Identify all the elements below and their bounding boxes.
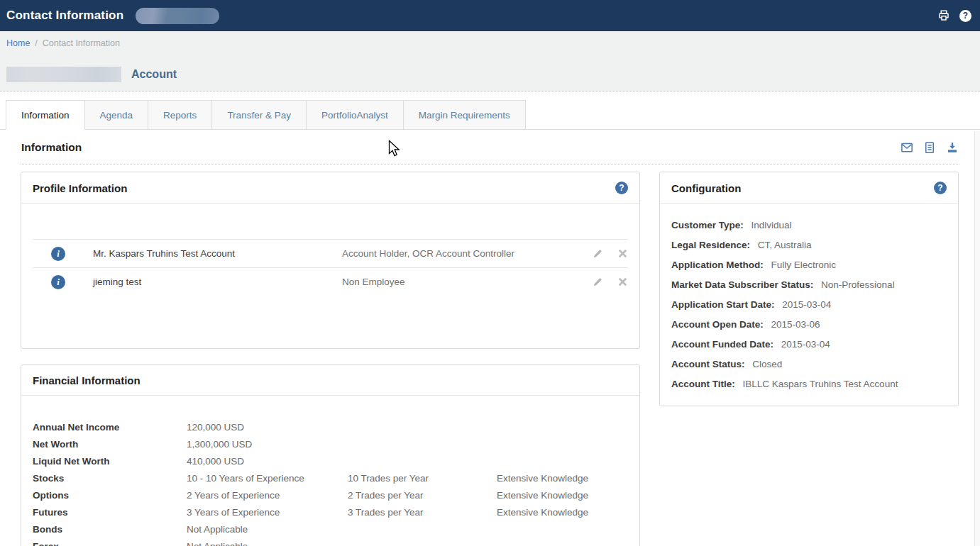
- configuration-help-icon[interactable]: ?: [934, 182, 947, 194]
- edit-pencil-icon[interactable]: [593, 277, 603, 287]
- breadcrumb-home-link[interactable]: Home: [6, 38, 30, 48]
- page-title: Contact Information: [6, 9, 123, 23]
- mail-icon[interactable]: [901, 141, 913, 154]
- config-value: CT, Australia: [758, 240, 812, 250]
- financial-label: Annual Net Income: [33, 422, 187, 433]
- breadcrumb-separator: /: [35, 38, 37, 48]
- delete-x-icon[interactable]: [617, 277, 628, 287]
- config-label: Account Status:: [671, 359, 745, 369]
- profile-row-actions: [577, 248, 628, 259]
- financial-card-title: Financial Information: [33, 374, 141, 386]
- account-header-row: Account: [6, 67, 980, 82]
- config-row: Application Start Date: 2015-03-04: [671, 295, 947, 315]
- help-icon[interactable]: ?: [959, 10, 971, 22]
- financial-card-body: Annual Net Income 120,000 USD Net Worth …: [21, 396, 639, 546]
- profile-card-header: Profile Information ?: [21, 172, 639, 204]
- tab-transfer-pay[interactable]: Transfer & Pay: [211, 100, 307, 130]
- config-label: Account Title:: [671, 379, 735, 389]
- profile-row-actions: [577, 277, 628, 287]
- financial-value: 120,000 USD: [187, 422, 348, 433]
- section-title: Information: [21, 141, 82, 154]
- profile-name: jieming test: [93, 277, 342, 287]
- config-row: Legal Residence: CT, Australia: [671, 235, 947, 255]
- financial-label: Options: [33, 490, 187, 501]
- config-row: Account Title: IBLLC Kaspars Truhins Tes…: [671, 374, 947, 394]
- tab-reports[interactable]: Reports: [148, 100, 212, 130]
- financial-label: Futures: [33, 507, 187, 518]
- config-row: Account Open Date: 2015-03-06: [671, 315, 947, 335]
- config-value: 2015-03-04: [781, 339, 830, 350]
- left-column: Profile Information ? i Mr. Kaspars Truh…: [21, 172, 640, 546]
- config-label: Application Start Date:: [671, 299, 775, 310]
- information-section-header: Information: [21, 130, 959, 165]
- main-content: Information: [0, 130, 980, 546]
- financial-value: Extensive Knowledge: [497, 507, 628, 518]
- tab-agenda[interactable]: Agenda: [84, 100, 149, 130]
- account-heading: Account: [131, 68, 177, 81]
- scrollbar-track[interactable]: [974, 131, 980, 546]
- section-action-icons: [901, 141, 959, 154]
- info-icon[interactable]: i: [51, 275, 65, 289]
- config-value: 2015-03-06: [771, 319, 820, 330]
- financial-value: 410,000 USD: [187, 456, 348, 467]
- config-value: Individual: [751, 220, 792, 230]
- profile-row: i Mr. Kaspars Truhins Test Account Accou…: [33, 239, 628, 267]
- info-icon[interactable]: i: [51, 247, 65, 261]
- financial-label: Stocks: [33, 473, 187, 484]
- financial-value: 2 Years of Experience: [187, 490, 348, 501]
- edit-pencil-icon[interactable]: [593, 248, 603, 259]
- right-column: Configuration ? Customer Type: Individua…: [659, 172, 959, 406]
- config-row: Market Data Subscriber Status: Non-Profe…: [671, 275, 947, 295]
- redacted-account-pill: [136, 8, 219, 24]
- profile-role: Non Employee: [342, 277, 577, 287]
- configuration-card-body: Customer Type: Individual Legal Residenc…: [660, 204, 958, 406]
- profile-card-spacer: [33, 296, 628, 348]
- config-row: Application Method: Fully Electronic: [671, 255, 947, 275]
- financial-value: 2 Trades per Year: [348, 490, 497, 501]
- profile-information-card: Profile Information ? i Mr. Kaspars Truh…: [21, 172, 640, 349]
- financial-value: Not Applicable: [187, 524, 348, 535]
- financial-value: Extensive Knowledge: [497, 490, 628, 501]
- configuration-card: Configuration ? Customer Type: Individua…: [659, 172, 959, 406]
- download-icon[interactable]: [946, 141, 959, 154]
- financial-row: Annual Net Income 120,000 USD: [33, 418, 628, 435]
- configuration-card-header: Configuration ?: [660, 172, 958, 204]
- financial-value: Extensive Knowledge: [497, 473, 628, 484]
- content-columns: Profile Information ? i Mr. Kaspars Truh…: [21, 172, 959, 546]
- config-value: Fully Electronic: [771, 260, 837, 270]
- financial-row: Stocks 10 - 10 Years of Experience 10 Tr…: [33, 469, 628, 486]
- top-bar: Contact Information ?: [0, 0, 980, 31]
- tab-margin-requirements[interactable]: Margin Requirements: [403, 100, 526, 130]
- profile-card-body: i Mr. Kaspars Truhins Test Account Accou…: [21, 204, 639, 348]
- config-value: IBLLC Kaspars Truhins Test Account: [743, 379, 898, 389]
- config-label: Legal Residence:: [671, 240, 750, 250]
- profile-name: Mr. Kaspars Truhins Test Account: [93, 248, 342, 259]
- delete-x-icon[interactable]: [617, 248, 628, 259]
- financial-label: Net Worth: [33, 439, 187, 450]
- breadcrumb: Home / Contact Information: [6, 38, 980, 48]
- config-row: Account Status: Closed: [671, 355, 947, 374]
- profile-card-title: Profile Information: [33, 182, 127, 194]
- config-row: Account Funded Date: 2015-03-04: [671, 335, 947, 355]
- financial-label: Liquid Net Worth: [33, 456, 187, 467]
- config-value: Closed: [752, 359, 782, 369]
- subheader-band: Home / Contact Information Account: [0, 31, 980, 91]
- financial-value: 1,300,000 USD: [187, 439, 348, 450]
- financial-value: 3 Trades per Year: [348, 507, 497, 518]
- document-icon[interactable]: [923, 141, 936, 154]
- config-row: Customer Type: Individual: [671, 216, 947, 235]
- printer-icon[interactable]: [937, 9, 950, 22]
- redacted-account-number: [6, 67, 121, 82]
- tab-portfolioanalyst[interactable]: PortfolioAnalyst: [306, 100, 404, 130]
- financial-row: Futures 3 Years of Experience 3 Trades p…: [33, 503, 628, 520]
- financial-information-card: Financial Information Annual Net Income …: [21, 364, 640, 546]
- financial-card-header: Financial Information: [21, 365, 639, 396]
- tab-bar: Information Agenda Reports Transfer & Pa…: [0, 100, 980, 130]
- profile-help-icon[interactable]: ?: [615, 182, 628, 194]
- config-label: Market Data Subscriber Status:: [671, 279, 813, 290]
- financial-row: Liquid Net Worth 410,000 USD: [33, 452, 628, 469]
- tab-information[interactable]: Information: [6, 100, 85, 130]
- financial-row: Forex Not Applicable: [33, 537, 628, 546]
- financial-value: Not Applicable: [187, 541, 348, 546]
- configuration-card-title: Configuration: [671, 182, 741, 194]
